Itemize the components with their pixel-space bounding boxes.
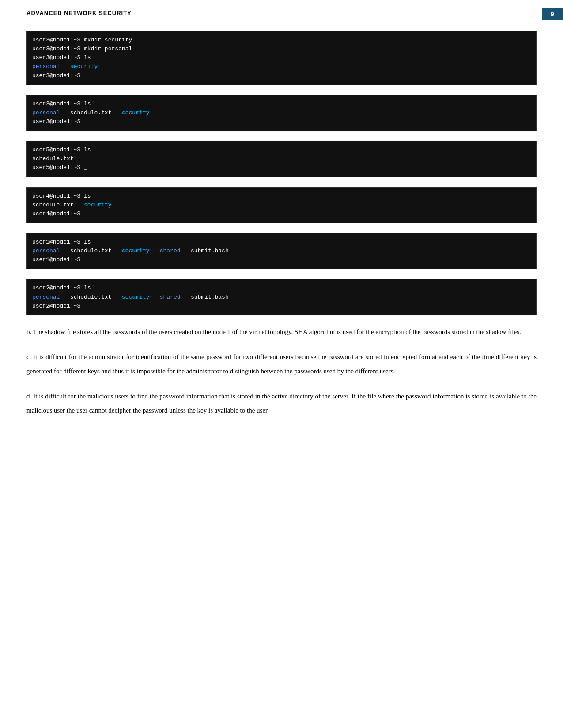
terminal-line: user4@node1:~$ _ [32, 210, 531, 218]
terminal-1: user3@node1:~$ mkdir security user3@node… [26, 31, 537, 85]
terminal-line: user3@node1:~$ mkdir personal [32, 45, 531, 53]
terminal-line: personal schedule.txt security shared su… [32, 293, 531, 302]
terminal-3: user5@node1:~$ ls schedule.txt user5@nod… [26, 141, 537, 177]
terminal-line: user3@node1:~$ ls [32, 53, 531, 62]
terminal-2: user3@node1:~$ ls personal schedule.txt … [26, 95, 537, 131]
terminal-line: user1@node1:~$ _ [32, 255, 531, 264]
terminal-line: user3@node1:~$ mkdir security [32, 36, 531, 45]
page-number: 9 [542, 8, 563, 20]
terminal-line: personal schedule.txt security shared su… [32, 247, 531, 255]
terminal-line: user3@node1:~$ ls [32, 100, 531, 109]
terminal-line: user2@node1:~$ _ [32, 302, 531, 311]
terminal-line: user3@node1:~$ _ [32, 71, 531, 80]
paragraph-b: b. The shadow file stores all the passwo… [26, 325, 537, 339]
terminal-4: user4@node1:~$ ls schedule.txt security … [26, 187, 537, 223]
terminal-line: personal schedule.txt security [32, 109, 531, 117]
terminal-line: user1@node1:~$ ls [32, 238, 531, 247]
terminal-line: user5@node1:~$ _ [32, 163, 531, 172]
terminal-line: schedule.txt [32, 154, 531, 163]
terminal-5: user1@node1:~$ ls personal schedule.txt … [26, 233, 537, 269]
terminal-line: user2@node1:~$ ls [32, 284, 531, 293]
terminal-line: schedule.txt security [32, 201, 531, 210]
terminal-line: personal security [32, 62, 531, 71]
terminal-line: user3@node1:~$ _ [32, 117, 531, 126]
terminal-line: user4@node1:~$ ls [32, 192, 531, 201]
terminal-line: user5@node1:~$ ls [32, 146, 531, 154]
page-title: ADVANCED NETWORK SECURITY [26, 10, 132, 16]
terminal-6: user2@node1:~$ ls personal schedule.txt … [26, 279, 537, 315]
content-area: user3@node1:~$ mkdir security user3@node… [0, 31, 563, 455]
paragraph-d: d. It is difficult for the malicious use… [26, 390, 537, 417]
paragraph-c: c. It is difficult for the administrator… [26, 350, 537, 378]
